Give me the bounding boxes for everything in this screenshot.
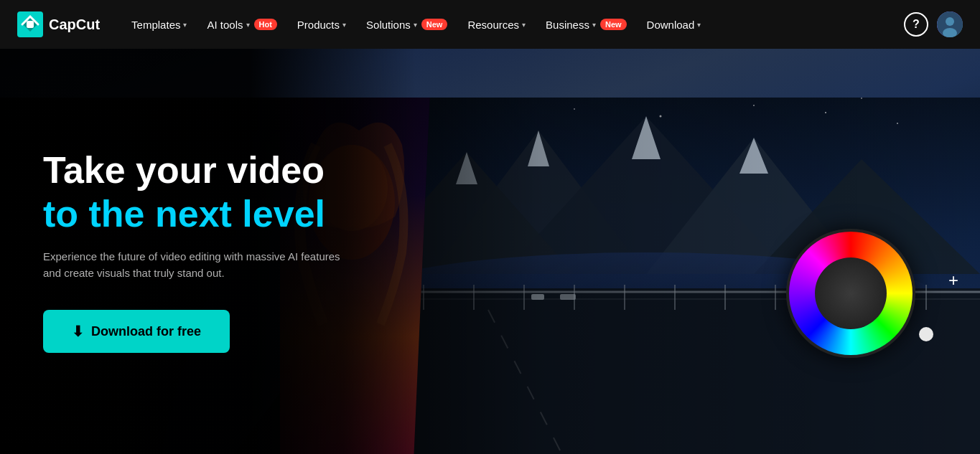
help-icon: ? <box>913 18 920 31</box>
hot-badge: Hot <box>254 19 277 30</box>
hero-section: 13.99 105.19 112.50 + Take your video to… <box>0 0 980 454</box>
nav-download-label: Download <box>647 19 695 31</box>
download-icon: ⬇ <box>72 323 84 340</box>
nav-business[interactable]: Business ▾ New <box>537 13 635 37</box>
chevron-down-icon: ▾ <box>414 21 417 29</box>
hero-content: Take your video to the next level Experi… <box>0 49 416 454</box>
logo-text: CapCut <box>49 16 100 33</box>
chevron-down-icon: ▾ <box>246 21 250 29</box>
chevron-down-icon: ▾ <box>592 21 596 29</box>
navbar: CapCut Templates ▾ AI tools ▾ Hot Produc… <box>0 0 980 49</box>
nav-resources[interactable]: Resources ▾ <box>459 13 534 37</box>
chevron-down-icon: ▾ <box>697 21 701 29</box>
color-wheel <box>786 229 915 358</box>
nav-products[interactable]: Products ▾ <box>289 13 355 37</box>
chevron-down-icon: ▾ <box>522 21 526 29</box>
hero-title-line2: to the next level <box>43 194 373 235</box>
nav-products-label: Products <box>297 19 340 31</box>
color-dot <box>919 327 933 341</box>
svg-point-3 <box>946 17 954 26</box>
color-wheel-inner <box>815 257 887 329</box>
nav-business-label: Business <box>546 19 589 31</box>
plus-icon: + <box>948 270 958 290</box>
nav-ai-tools[interactable]: AI tools ▾ Hot <box>198 13 285 37</box>
logo[interactable]: CapCut <box>17 11 100 37</box>
nav-items: Templates ▾ AI tools ▾ Hot Products ▾ So… <box>123 13 898 37</box>
nav-ai-tools-label: AI tools <box>207 19 243 31</box>
nav-download[interactable]: Download ▾ <box>638 13 710 37</box>
nav-resources-label: Resources <box>467 19 519 31</box>
logo-icon <box>17 11 43 37</box>
chevron-down-icon: ▾ <box>342 21 346 29</box>
hero-title-line1: Take your video <box>43 150 373 191</box>
nav-templates-label: Templates <box>131 19 180 31</box>
download-button[interactable]: ⬇ Download for free <box>43 310 230 353</box>
help-button[interactable]: ? <box>904 12 928 37</box>
nav-solutions[interactable]: Solutions ▾ New <box>358 13 456 37</box>
color-wheel-container: + <box>801 209 944 352</box>
download-button-label: Download for free <box>91 324 201 339</box>
svg-rect-1 <box>27 21 34 28</box>
solutions-new-badge: New <box>421 19 448 30</box>
nav-templates[interactable]: Templates ▾ <box>123 13 195 37</box>
hero-subtitle: Experience the future of video editing w… <box>43 249 359 281</box>
business-new-badge: New <box>600 19 627 30</box>
chevron-down-icon: ▾ <box>183 21 187 29</box>
avatar[interactable] <box>937 11 963 37</box>
avatar-icon <box>937 11 963 37</box>
nav-right: ? <box>904 11 963 37</box>
nav-solutions-label: Solutions <box>366 19 411 31</box>
